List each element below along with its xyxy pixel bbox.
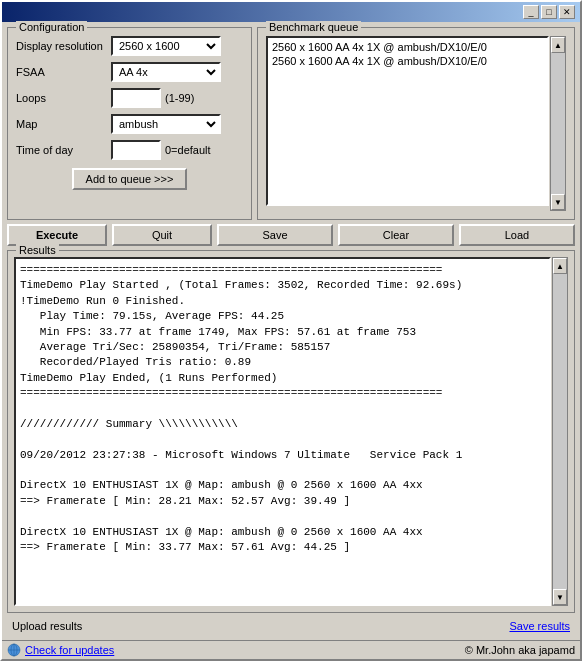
close-button[interactable]: ✕ bbox=[559, 5, 575, 19]
time-input[interactable]: 0 bbox=[111, 140, 161, 160]
display-resolution-select[interactable]: 2560 x 1600 1920 x 1200 1600 x 1200 1280… bbox=[111, 36, 221, 56]
scroll-up-button[interactable]: ▲ bbox=[551, 37, 565, 53]
queue-groupbox: Benchmark queue 2560 x 1600 AA 4x 1X @ a… bbox=[257, 27, 575, 220]
queue-scrollbar[interactable]: ▲ ▼ bbox=[550, 36, 566, 211]
save-button[interactable]: Save bbox=[217, 224, 333, 246]
config-groupbox: Configuration Display resolution 2560 x … bbox=[7, 27, 252, 220]
results-scroll-down[interactable]: ▼ bbox=[553, 589, 567, 605]
loops-row: Loops 1 (1-99) bbox=[16, 88, 243, 108]
results-label: Results bbox=[16, 244, 59, 256]
loops-hint: (1-99) bbox=[165, 92, 194, 104]
scroll-track bbox=[551, 53, 565, 194]
upload-results-link[interactable]: Upload results bbox=[12, 620, 82, 632]
display-resolution-row: Display resolution 2560 x 1600 1920 x 12… bbox=[16, 36, 243, 56]
loops-control: 1 (1-99) bbox=[111, 88, 243, 108]
execute-button[interactable]: Execute bbox=[7, 224, 107, 246]
quit-button[interactable]: Quit bbox=[112, 224, 212, 246]
loops-label: Loops bbox=[16, 92, 111, 104]
minimize-button[interactable]: _ bbox=[523, 5, 539, 19]
results-scrollbar[interactable]: ▲ ▼ bbox=[552, 257, 568, 606]
time-control: 0 0=default bbox=[111, 140, 243, 160]
time-row: Time of day 0 0=default bbox=[16, 140, 243, 160]
check-updates-label: Check for updates bbox=[25, 644, 114, 656]
add-to-queue-button[interactable]: Add to queue >>> bbox=[72, 168, 188, 190]
time-label: Time of day bbox=[16, 144, 111, 156]
fsaa-row: FSAA No AA AA 2x AA 4x AA 8x bbox=[16, 62, 243, 82]
fsaa-label: FSAA bbox=[16, 66, 111, 78]
content-area: Configuration Display resolution 2560 x … bbox=[2, 22, 580, 640]
queue-list[interactable]: 2560 x 1600 AA 4x 1X @ ambush/DX10/E/0 2… bbox=[266, 36, 549, 206]
queue-label: Benchmark queue bbox=[266, 21, 361, 33]
results-text[interactable]: ========================================… bbox=[14, 257, 551, 606]
map-select[interactable]: ambush bbox=[111, 114, 221, 134]
fsaa-control: No AA AA 2x AA 4x AA 8x bbox=[111, 62, 243, 82]
map-label: Map bbox=[16, 118, 111, 130]
earth-icon bbox=[7, 643, 21, 657]
queue-item: 2560 x 1600 AA 4x 1X @ ambush/DX10/E/0 bbox=[270, 40, 545, 54]
maximize-button[interactable]: □ bbox=[541, 5, 557, 19]
config-label: Configuration bbox=[16, 21, 87, 33]
save-results-link[interactable]: Save results bbox=[509, 620, 570, 632]
clear-button[interactable]: Clear bbox=[338, 224, 454, 246]
loops-input[interactable]: 1 bbox=[111, 88, 161, 108]
button-row: Execute Quit Save Clear Load bbox=[7, 224, 575, 246]
load-button[interactable]: Load bbox=[459, 224, 575, 246]
map-control: ambush bbox=[111, 114, 243, 134]
fsaa-select[interactable]: No AA AA 2x AA 4x AA 8x bbox=[111, 62, 221, 82]
bottom-bar: Upload results Save results bbox=[7, 617, 575, 635]
main-window: _ □ ✕ Configuration Display resolution 2… bbox=[0, 0, 582, 661]
queue-item: 2560 x 1600 AA 4x 1X @ ambush/DX10/E/0 bbox=[270, 54, 545, 68]
title-bar: _ □ ✕ bbox=[2, 2, 580, 22]
display-resolution-label: Display resolution bbox=[16, 40, 111, 52]
time-hint: 0=default bbox=[165, 144, 211, 156]
queue-area: 2560 x 1600 AA 4x 1X @ ambush/DX10/E/0 2… bbox=[266, 36, 566, 211]
credit-label: © Mr.John aka japamd bbox=[465, 644, 575, 656]
display-resolution-control: 2560 x 1600 1920 x 1200 1600 x 1200 1280… bbox=[111, 36, 243, 56]
footer-bar: Check for updates © Mr.John aka japamd bbox=[2, 640, 580, 659]
results-content: ========================================… bbox=[14, 257, 568, 606]
scroll-down-button[interactable]: ▼ bbox=[551, 194, 565, 210]
check-updates-link[interactable]: Check for updates bbox=[7, 643, 114, 657]
top-row: Configuration Display resolution 2560 x … bbox=[7, 27, 575, 220]
title-bar-buttons: _ □ ✕ bbox=[523, 5, 575, 19]
results-scroll-track bbox=[553, 274, 567, 589]
map-row: Map ambush bbox=[16, 114, 243, 134]
results-scroll-up[interactable]: ▲ bbox=[553, 258, 567, 274]
results-groupbox: Results ================================… bbox=[7, 250, 575, 613]
